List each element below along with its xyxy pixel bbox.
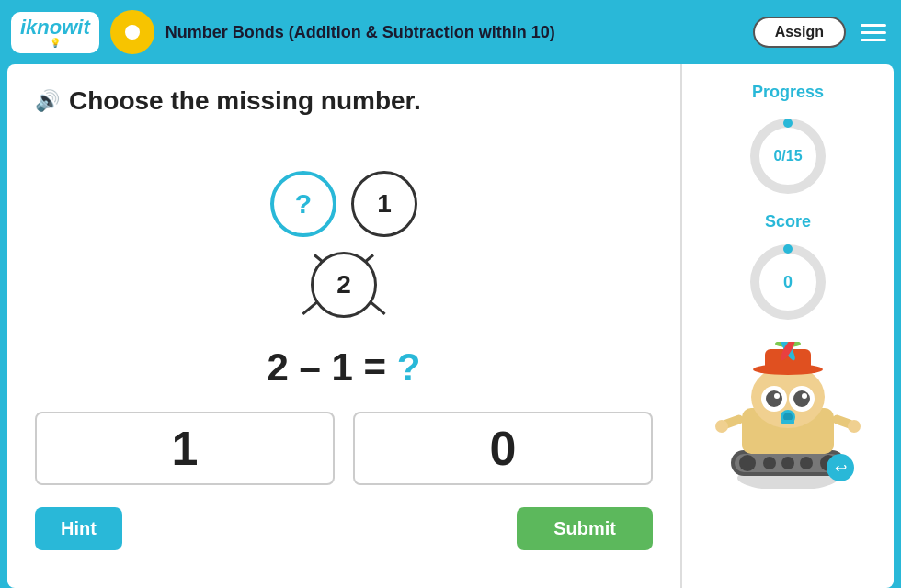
answer-choices: 1 0	[35, 412, 653, 485]
sidebar: Progress 0/15 Score 0	[682, 64, 894, 588]
main-content: 🔊 Choose the missing number. ? 1 2 2 – 1…	[7, 64, 894, 588]
activity-icon-inner	[125, 25, 140, 40]
activity-title: Number Bonds (Addition & Subtraction wit…	[165, 23, 742, 42]
hamburger-line-3	[861, 39, 886, 41]
hamburger-line-1	[861, 24, 886, 27]
question-instruction: Choose the missing number.	[69, 86, 421, 116]
logo: iknowit 💡	[11, 12, 99, 53]
svg-point-25	[802, 393, 807, 399]
answer-choice-0[interactable]: 1	[35, 412, 335, 485]
svg-rect-28	[781, 420, 794, 424]
assign-button[interactable]: Assign	[753, 17, 846, 48]
action-buttons: Hint Submit	[35, 507, 653, 550]
svg-point-8	[763, 457, 776, 469]
svg-point-22	[766, 390, 782, 407]
activity-icon	[110, 10, 154, 54]
bond-top-left: ?	[270, 171, 336, 237]
bond-bottom: 2	[311, 252, 377, 318]
question-panel: 🔊 Choose the missing number. ? 1 2 2 – 1…	[7, 64, 682, 588]
header: iknowit 💡 Number Bonds (Addition & Subtr…	[0, 0, 901, 64]
menu-button[interactable]	[857, 20, 890, 45]
equation-right: ?	[397, 345, 421, 389]
logo-text: iknowit	[20, 17, 90, 38]
svg-point-24	[774, 393, 780, 399]
bond-top-right: 1	[351, 171, 417, 237]
submit-button[interactable]: Submit	[517, 507, 653, 550]
score-value: 0	[783, 273, 793, 292]
svg-point-30	[715, 420, 728, 433]
answer-choice-1[interactable]: 0	[353, 412, 653, 485]
svg-point-32	[848, 420, 861, 433]
svg-point-9	[781, 457, 794, 469]
hint-button[interactable]: Hint	[35, 507, 122, 550]
svg-point-23	[793, 390, 810, 407]
mascot: ↩	[714, 342, 861, 489]
hamburger-line-2	[861, 31, 886, 34]
svg-point-10	[800, 457, 813, 469]
logo-bulb: 💡	[50, 38, 61, 48]
progress-value: 0/15	[773, 148, 802, 164]
progress-donut: 0/15	[747, 115, 829, 198]
equation-left: 2 – 1 =	[268, 345, 397, 389]
back-button[interactable]: ↩	[827, 454, 854, 481]
equation: 2 – 1 = ?	[35, 345, 653, 390]
bond-diagram: ? 1 2	[215, 134, 473, 336]
progress-label: Progress	[752, 83, 824, 102]
score-label: Score	[765, 212, 811, 232]
score-donut: 0	[747, 241, 829, 323]
svg-point-7	[739, 455, 756, 471]
speaker-icon[interactable]: 🔊	[35, 89, 60, 113]
question-header: 🔊 Choose the missing number.	[35, 86, 653, 116]
